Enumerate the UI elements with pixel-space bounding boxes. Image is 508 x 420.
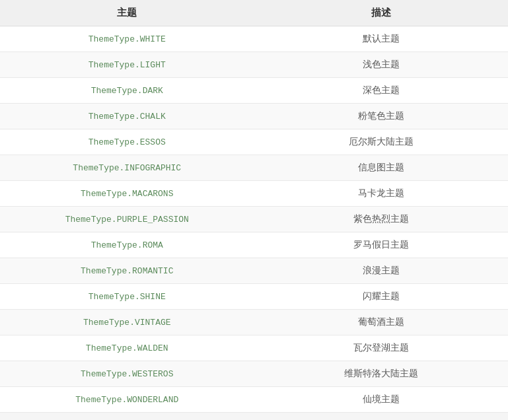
cell-theme: ThemeType.WALDEN (0, 335, 254, 361)
cell-theme: ThemeType.ROMANTIC (0, 258, 254, 284)
column-header-theme: 主题 (0, 0, 254, 26)
cell-description: 仙境主题 (254, 387, 509, 413)
table-row: ThemeType.CHALK粉笔色主题 (0, 104, 508, 129)
cell-theme: ThemeType.MACARONS (0, 181, 254, 207)
cell-theme: ThemeType.VINTAGE (0, 310, 254, 335)
cell-theme: ThemeType.INFOGRAPHIC (0, 155, 254, 181)
cell-theme: ThemeType.WHITE (0, 26, 254, 52)
cell-theme: ThemeType.ROMA (0, 232, 254, 258)
cell-theme: ThemeType.DARK (0, 78, 254, 104)
cell-description: 罗马假日主题 (254, 232, 509, 258)
cell-theme: ThemeType.WESTEROS (0, 361, 254, 387)
cell-description: 深色主题 (254, 78, 509, 104)
cell-description: 浅色主题 (254, 52, 509, 78)
table-row: ThemeType.DARK深色主题 (0, 78, 508, 104)
column-header-description: 描述 (254, 0, 509, 26)
cell-description: 浪漫主题 (254, 258, 509, 284)
table-row: ThemeType.WALDEN瓦尔登湖主题 (0, 335, 508, 361)
cell-description: 瓦尔登湖主题 (254, 335, 509, 361)
table-row: ThemeType.MACARONS马卡龙主题 (0, 181, 508, 207)
table-row: ThemeType.ROMANTIC浪漫主题 (0, 258, 508, 284)
table-row: ThemeType.WESTEROS维斯特洛大陆主题 (0, 361, 508, 387)
cell-theme: ThemeType.LIGHT (0, 52, 254, 78)
table-row: ThemeType.PURPLE_PASSION紫色热烈主题 (0, 207, 508, 232)
cell-theme: ThemeType.PURPLE_PASSION (0, 207, 254, 232)
cell-theme: ThemeType.SHINE (0, 284, 254, 310)
cell-description: 信息图主题 (254, 155, 509, 181)
cell-theme: ThemeType.CHALK (0, 104, 254, 129)
theme-table-container: 主题 描述 ThemeType.WHITE默认主题ThemeType.LIGHT… (0, 0, 508, 413)
cell-description: 维斯特洛大陆主题 (254, 361, 509, 387)
table-row: ThemeType.ESSOS厄尔斯大陆主题 (0, 129, 508, 155)
table-body: ThemeType.WHITE默认主题ThemeType.LIGHT浅色主题Th… (0, 26, 508, 413)
cell-description: 默认主题 (254, 26, 509, 52)
table-row: ThemeType.ROMA罗马假日主题 (0, 232, 508, 258)
theme-table: 主题 描述 ThemeType.WHITE默认主题ThemeType.LIGHT… (0, 0, 508, 413)
cell-description: 葡萄酒主题 (254, 310, 509, 335)
table-row: ThemeType.INFOGRAPHIC信息图主题 (0, 155, 508, 181)
cell-theme: ThemeType.ESSOS (0, 129, 254, 155)
table-row: ThemeType.WHITE默认主题 (0, 26, 508, 52)
cell-theme: ThemeType.WONDERLAND (0, 387, 254, 413)
cell-description: 马卡龙主题 (254, 181, 509, 207)
table-row: ThemeType.WONDERLAND仙境主题 (0, 387, 508, 413)
table-row: ThemeType.SHINE闪耀主题 (0, 284, 508, 310)
cell-description: 粉笔色主题 (254, 104, 509, 129)
cell-description: 紫色热烈主题 (254, 207, 509, 232)
cell-description: 厄尔斯大陆主题 (254, 129, 509, 155)
table-row: ThemeType.LIGHT浅色主题 (0, 52, 508, 78)
table-row: ThemeType.VINTAGE葡萄酒主题 (0, 310, 508, 335)
table-header-row: 主题 描述 (0, 0, 508, 26)
cell-description: 闪耀主题 (254, 284, 509, 310)
